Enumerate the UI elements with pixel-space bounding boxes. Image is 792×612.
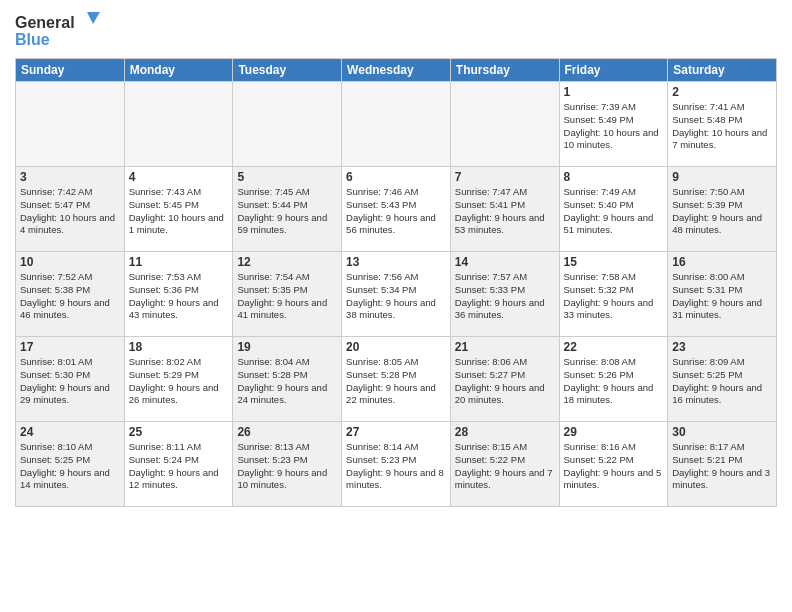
calendar-week-3: 17Sunrise: 8:01 AM Sunset: 5:30 PM Dayli… — [16, 337, 777, 422]
day-info: Sunrise: 8:05 AM Sunset: 5:28 PM Dayligh… — [346, 356, 446, 407]
day-info: Sunrise: 8:15 AM Sunset: 5:22 PM Dayligh… — [455, 441, 555, 492]
day-info: Sunrise: 8:08 AM Sunset: 5:26 PM Dayligh… — [564, 356, 664, 407]
calendar-cell: 12Sunrise: 7:54 AM Sunset: 5:35 PM Dayli… — [233, 252, 342, 337]
calendar-cell: 22Sunrise: 8:08 AM Sunset: 5:26 PM Dayli… — [559, 337, 668, 422]
day-info: Sunrise: 7:46 AM Sunset: 5:43 PM Dayligh… — [346, 186, 446, 237]
weekday-header-sunday: Sunday — [16, 59, 125, 82]
day-number: 22 — [564, 340, 664, 354]
calendar-cell — [233, 82, 342, 167]
calendar-cell: 18Sunrise: 8:02 AM Sunset: 5:29 PM Dayli… — [124, 337, 233, 422]
weekday-header-monday: Monday — [124, 59, 233, 82]
calendar-cell: 15Sunrise: 7:58 AM Sunset: 5:32 PM Dayli… — [559, 252, 668, 337]
day-number: 17 — [20, 340, 120, 354]
day-info: Sunrise: 8:04 AM Sunset: 5:28 PM Dayligh… — [237, 356, 337, 407]
calendar-cell — [124, 82, 233, 167]
day-number: 9 — [672, 170, 772, 184]
calendar-cell: 11Sunrise: 7:53 AM Sunset: 5:36 PM Dayli… — [124, 252, 233, 337]
day-number: 19 — [237, 340, 337, 354]
weekday-header-tuesday: Tuesday — [233, 59, 342, 82]
calendar-cell: 19Sunrise: 8:04 AM Sunset: 5:28 PM Dayli… — [233, 337, 342, 422]
day-number: 6 — [346, 170, 446, 184]
day-number: 5 — [237, 170, 337, 184]
calendar-cell: 23Sunrise: 8:09 AM Sunset: 5:25 PM Dayli… — [668, 337, 777, 422]
day-number: 12 — [237, 255, 337, 269]
calendar-cell: 27Sunrise: 8:14 AM Sunset: 5:23 PM Dayli… — [342, 422, 451, 507]
day-number: 8 — [564, 170, 664, 184]
day-info: Sunrise: 7:57 AM Sunset: 5:33 PM Dayligh… — [455, 271, 555, 322]
day-number: 24 — [20, 425, 120, 439]
day-number: 29 — [564, 425, 664, 439]
calendar-cell: 21Sunrise: 8:06 AM Sunset: 5:27 PM Dayli… — [450, 337, 559, 422]
day-number: 30 — [672, 425, 772, 439]
day-info: Sunrise: 8:13 AM Sunset: 5:23 PM Dayligh… — [237, 441, 337, 492]
page-container: GeneralBlue SundayMondayTuesdayWednesday… — [0, 0, 792, 517]
svg-marker-2 — [87, 12, 100, 24]
calendar-table: SundayMondayTuesdayWednesdayThursdayFrid… — [15, 58, 777, 507]
weekday-header-friday: Friday — [559, 59, 668, 82]
calendar-cell: 29Sunrise: 8:16 AM Sunset: 5:22 PM Dayli… — [559, 422, 668, 507]
calendar-cell: 5Sunrise: 7:45 AM Sunset: 5:44 PM Daylig… — [233, 167, 342, 252]
calendar-header-row: SundayMondayTuesdayWednesdayThursdayFrid… — [16, 59, 777, 82]
day-info: Sunrise: 7:49 AM Sunset: 5:40 PM Dayligh… — [564, 186, 664, 237]
day-number: 11 — [129, 255, 229, 269]
calendar-cell — [16, 82, 125, 167]
day-number: 2 — [672, 85, 772, 99]
day-info: Sunrise: 7:52 AM Sunset: 5:38 PM Dayligh… — [20, 271, 120, 322]
day-number: 21 — [455, 340, 555, 354]
day-number: 7 — [455, 170, 555, 184]
day-number: 15 — [564, 255, 664, 269]
calendar-cell: 7Sunrise: 7:47 AM Sunset: 5:41 PM Daylig… — [450, 167, 559, 252]
calendar-cell: 6Sunrise: 7:46 AM Sunset: 5:43 PM Daylig… — [342, 167, 451, 252]
calendar-cell: 17Sunrise: 8:01 AM Sunset: 5:30 PM Dayli… — [16, 337, 125, 422]
day-info: Sunrise: 8:02 AM Sunset: 5:29 PM Dayligh… — [129, 356, 229, 407]
calendar-cell: 16Sunrise: 8:00 AM Sunset: 5:31 PM Dayli… — [668, 252, 777, 337]
calendar-cell: 24Sunrise: 8:10 AM Sunset: 5:25 PM Dayli… — [16, 422, 125, 507]
calendar-cell: 4Sunrise: 7:43 AM Sunset: 5:45 PM Daylig… — [124, 167, 233, 252]
header: GeneralBlue — [15, 10, 777, 50]
svg-text:General: General — [15, 14, 75, 31]
day-number: 4 — [129, 170, 229, 184]
calendar-cell — [450, 82, 559, 167]
calendar-week-2: 10Sunrise: 7:52 AM Sunset: 5:38 PM Dayli… — [16, 252, 777, 337]
calendar-cell: 13Sunrise: 7:56 AM Sunset: 5:34 PM Dayli… — [342, 252, 451, 337]
day-info: Sunrise: 7:50 AM Sunset: 5:39 PM Dayligh… — [672, 186, 772, 237]
day-number: 10 — [20, 255, 120, 269]
calendar-cell: 28Sunrise: 8:15 AM Sunset: 5:22 PM Dayli… — [450, 422, 559, 507]
svg-text:Blue: Blue — [15, 31, 50, 48]
logo-svg: GeneralBlue — [15, 10, 105, 50]
day-number: 28 — [455, 425, 555, 439]
day-number: 27 — [346, 425, 446, 439]
day-info: Sunrise: 7:58 AM Sunset: 5:32 PM Dayligh… — [564, 271, 664, 322]
weekday-header-saturday: Saturday — [668, 59, 777, 82]
day-number: 20 — [346, 340, 446, 354]
calendar-cell: 1Sunrise: 7:39 AM Sunset: 5:49 PM Daylig… — [559, 82, 668, 167]
day-info: Sunrise: 7:39 AM Sunset: 5:49 PM Dayligh… — [564, 101, 664, 152]
day-info: Sunrise: 7:45 AM Sunset: 5:44 PM Dayligh… — [237, 186, 337, 237]
day-info: Sunrise: 8:11 AM Sunset: 5:24 PM Dayligh… — [129, 441, 229, 492]
day-number: 1 — [564, 85, 664, 99]
calendar-cell: 8Sunrise: 7:49 AM Sunset: 5:40 PM Daylig… — [559, 167, 668, 252]
day-number: 18 — [129, 340, 229, 354]
calendar-cell: 9Sunrise: 7:50 AM Sunset: 5:39 PM Daylig… — [668, 167, 777, 252]
calendar-cell: 3Sunrise: 7:42 AM Sunset: 5:47 PM Daylig… — [16, 167, 125, 252]
calendar-week-0: 1Sunrise: 7:39 AM Sunset: 5:49 PM Daylig… — [16, 82, 777, 167]
day-info: Sunrise: 8:16 AM Sunset: 5:22 PM Dayligh… — [564, 441, 664, 492]
day-number: 14 — [455, 255, 555, 269]
calendar-cell: 10Sunrise: 7:52 AM Sunset: 5:38 PM Dayli… — [16, 252, 125, 337]
weekday-header-thursday: Thursday — [450, 59, 559, 82]
day-info: Sunrise: 7:54 AM Sunset: 5:35 PM Dayligh… — [237, 271, 337, 322]
calendar-cell: 25Sunrise: 8:11 AM Sunset: 5:24 PM Dayli… — [124, 422, 233, 507]
day-number: 3 — [20, 170, 120, 184]
day-info: Sunrise: 8:09 AM Sunset: 5:25 PM Dayligh… — [672, 356, 772, 407]
day-info: Sunrise: 8:01 AM Sunset: 5:30 PM Dayligh… — [20, 356, 120, 407]
calendar-week-1: 3Sunrise: 7:42 AM Sunset: 5:47 PM Daylig… — [16, 167, 777, 252]
day-number: 25 — [129, 425, 229, 439]
calendar-cell: 26Sunrise: 8:13 AM Sunset: 5:23 PM Dayli… — [233, 422, 342, 507]
day-info: Sunrise: 7:47 AM Sunset: 5:41 PM Dayligh… — [455, 186, 555, 237]
calendar-cell: 20Sunrise: 8:05 AM Sunset: 5:28 PM Dayli… — [342, 337, 451, 422]
day-info: Sunrise: 8:00 AM Sunset: 5:31 PM Dayligh… — [672, 271, 772, 322]
day-info: Sunrise: 7:53 AM Sunset: 5:36 PM Dayligh… — [129, 271, 229, 322]
day-info: Sunrise: 8:14 AM Sunset: 5:23 PM Dayligh… — [346, 441, 446, 492]
day-number: 26 — [237, 425, 337, 439]
day-info: Sunrise: 7:56 AM Sunset: 5:34 PM Dayligh… — [346, 271, 446, 322]
